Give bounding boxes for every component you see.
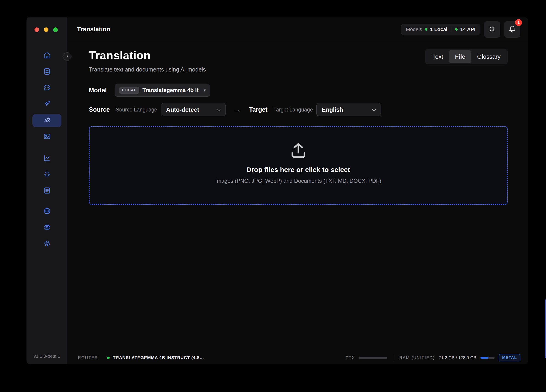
active-model-name: TRANSLATEGEMMA 4B INSTRUCT (4.8… [113, 355, 204, 360]
api-status-dot [455, 28, 458, 31]
titlebar: Translation Models 1 Local | 14 API 1 [67, 17, 528, 42]
window-title: Translation [77, 26, 110, 33]
chevron-down-icon [216, 106, 221, 113]
ctx-label: CTX [345, 355, 355, 360]
local-badge: LOCAL [119, 87, 139, 94]
sidebar: v1.1.0-beta.1 [26, 17, 67, 364]
sidebar-item-analytics[interactable] [32, 152, 61, 165]
minimize-window-button[interactable] [44, 27, 48, 32]
file-dropzone[interactable]: Drop files here or click to select Image… [89, 126, 508, 205]
app-window: v1.1.0-beta.1 Translation Models 1 Local… [26, 17, 528, 364]
ram-progress-bar [481, 357, 494, 359]
notification-badge: 1 [515, 19, 522, 26]
sidebar-item-network[interactable] [32, 205, 61, 218]
window-controls [34, 27, 58, 32]
models-status-pill[interactable]: Models 1 Local | 14 API [401, 24, 480, 35]
sidebar-item-chat[interactable] [32, 82, 61, 95]
target-language-label: Target Language [273, 107, 313, 113]
upload-icon [289, 140, 308, 160]
chat-icon [43, 84, 51, 92]
metal-badge: METAL [499, 354, 520, 361]
target-language-select[interactable]: English [316, 103, 381, 116]
router-label: ROUTER [78, 355, 98, 360]
tab-text[interactable]: Text [426, 50, 449, 63]
database-icon [43, 68, 51, 76]
sidebar-item-images[interactable] [32, 131, 61, 143]
model-select[interactable]: LOCAL Translategemma 4b It ▾ [115, 84, 210, 97]
sun-icon [488, 25, 496, 34]
ram-label: RAM (UNIFIED) [399, 355, 435, 360]
sidebar-item-models[interactable] [32, 65, 61, 78]
ram-value: 71.2 GB / 128.0 GB [439, 355, 476, 360]
local-models-count: 1 Local [430, 26, 448, 33]
page-subtitle: Translate text and documents using AI mo… [89, 66, 206, 73]
ctx-progress-bar [359, 357, 387, 359]
chevron-right-icon [65, 54, 69, 59]
translate-icon [43, 116, 51, 125]
sidebar-item-home[interactable] [32, 49, 61, 62]
tab-glossary[interactable]: Glossary [471, 50, 507, 63]
target-language-value: English [322, 106, 343, 113]
dropzone-title: Drop files here or click to select [247, 166, 350, 174]
line-chart-icon [43, 154, 51, 163]
api-models-count: 14 API [460, 26, 475, 33]
sidebar-item-hardware[interactable] [32, 221, 61, 234]
sidebar-item-logs[interactable] [32, 185, 61, 197]
chevron-down-icon [372, 106, 377, 113]
caret-down-icon: ▾ [204, 88, 206, 93]
source-label: Source [89, 106, 110, 113]
source-language-label: Source Language [116, 107, 157, 113]
target-label: Target [249, 106, 267, 113]
burst-icon [43, 170, 51, 179]
theme-toggle-button[interactable] [484, 21, 500, 38]
main-content: Translation Translate text and documents… [67, 42, 528, 351]
ram-progress-fill [481, 357, 488, 359]
notifications-button[interactable]: 1 [504, 21, 520, 38]
zoom-window-button[interactable] [53, 27, 58, 32]
app-version: v1.1.0-beta.1 [26, 354, 67, 359]
models-label: Models [406, 26, 422, 33]
arrow-right-icon: → [234, 105, 241, 114]
router-status-dot [107, 357, 110, 359]
sidebar-item-translation[interactable] [32, 114, 61, 127]
model-select-value: Translategemma 4b It [143, 87, 199, 93]
status-bar: ROUTER TRANSLATEGEMMA 4B INSTRUCT (4.8… … [67, 351, 528, 364]
sparkles-icon [43, 100, 51, 109]
bell-icon [508, 25, 516, 34]
notes-icon [43, 187, 51, 195]
sidebar-item-settings[interactable] [32, 238, 61, 250]
cpu-icon [43, 223, 51, 232]
sidebar-item-activity[interactable] [32, 168, 61, 181]
image-icon [43, 132, 51, 141]
statusbar-divider [393, 355, 393, 361]
sidebar-item-assistant[interactable] [32, 98, 61, 111]
close-window-button[interactable] [34, 27, 39, 32]
local-status-dot [425, 28, 427, 31]
settings-icon [43, 240, 51, 248]
sidebar-collapse-button[interactable] [63, 52, 72, 61]
source-language-select[interactable]: Auto-detect [161, 103, 226, 116]
globe-icon [43, 207, 51, 216]
pill-separator: | [450, 27, 452, 32]
dropzone-subtitle: Images (PNG, JPG, WebP) and Documents (T… [215, 178, 381, 184]
source-language-value: Auto-detect [166, 106, 199, 113]
tab-file[interactable]: File [449, 50, 471, 63]
mode-segmented-control: Text File Glossary [425, 49, 508, 65]
page-title: Translation [89, 49, 206, 62]
sidebar-nav [26, 49, 67, 250]
home-icon [43, 51, 51, 60]
model-label: Model [89, 87, 107, 94]
